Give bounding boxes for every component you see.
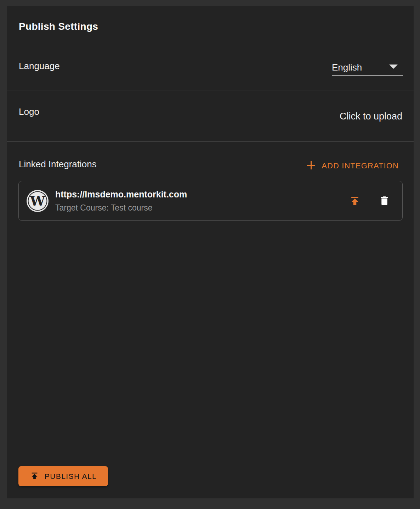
svg-text:W: W [30,193,46,209]
language-select[interactable]: English [332,60,403,76]
divider [7,90,414,90]
linked-integrations-heading: Linked Integrations [19,159,97,169]
logo-label: Logo [19,107,39,117]
publish-all-button[interactable]: PUBLISH ALL [18,466,108,486]
language-select-value: English [332,62,362,73]
publish-all-label: PUBLISH ALL [45,472,97,481]
chevron-down-icon [389,64,398,71]
publish-settings-panel: Publish Settings Language English Logo C… [7,6,414,498]
integration-card: W https://lmsdemo.mentorkit.com Target C… [18,181,403,221]
integration-url: https://lmsdemo.mentorkit.com [55,189,187,200]
divider [7,141,414,142]
plus-icon [306,161,316,171]
wordpress-icon: W [26,190,49,212]
add-integration-button[interactable]: ADD INTEGRATION [306,161,399,171]
trash-icon [379,195,390,208]
publish-icon [30,471,39,482]
publish-icon [349,195,361,208]
logo-upload-button[interactable]: Click to upload [340,111,402,122]
delete-integration-button[interactable] [378,195,391,208]
publish-integration-button[interactable] [348,195,362,208]
add-integration-label: ADD INTEGRATION [322,161,399,170]
integration-target-course: Target Course: Test course [55,203,152,213]
page-title: Publish Settings [19,21,98,32]
language-label: Language [19,61,60,71]
